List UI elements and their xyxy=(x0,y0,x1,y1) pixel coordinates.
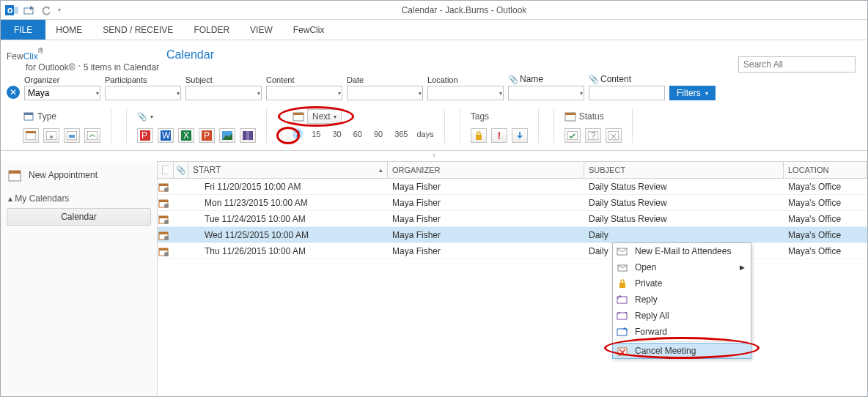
date-input[interactable] xyxy=(347,86,423,100)
menu-label: Cancel Meeting xyxy=(635,346,696,356)
subject-cell: Daily Status Review xyxy=(584,182,784,192)
col-start[interactable]: START▴ xyxy=(188,162,388,178)
attach-content-label: Content xyxy=(600,74,631,84)
tab-home[interactable]: HOME xyxy=(45,20,92,40)
excel-icon[interactable]: X xyxy=(178,128,194,143)
menu-item-reply[interactable]: Reply xyxy=(613,292,751,308)
pdf-icon[interactable]: P xyxy=(137,128,153,143)
subject-label: Subject xyxy=(185,75,262,84)
day-90[interactable]: 90 xyxy=(371,128,386,140)
location-cell: Maya's Office xyxy=(784,198,867,208)
menu-icon xyxy=(616,278,629,289)
status-declined-icon[interactable] xyxy=(606,128,622,143)
attach-content-input[interactable] xyxy=(589,86,665,100)
logo-clix: Clix xyxy=(23,51,38,62)
powerpoint-icon[interactable]: P xyxy=(199,128,215,143)
svg-point-48 xyxy=(164,236,169,240)
type-events-icon[interactable] xyxy=(64,128,80,143)
subject-cell: Daily Status Review xyxy=(584,214,784,224)
logo-reg: ® xyxy=(38,47,43,55)
zip-icon[interactable] xyxy=(240,128,256,143)
svg-rect-26 xyxy=(293,113,304,115)
svg-text:X: X xyxy=(183,130,189,141)
word-icon[interactable]: W xyxy=(158,128,174,143)
tab-folder[interactable]: FOLDER xyxy=(183,20,240,40)
lock-icon[interactable] xyxy=(471,128,487,143)
tab-send-receive[interactable]: SEND / RECEIVE xyxy=(92,20,183,40)
table-row[interactable]: Thu 11/26/2015 10:00 AMMaya FisherDailyM… xyxy=(158,243,867,259)
importance-icon[interactable]: ! xyxy=(491,128,507,143)
toolbar-row: Type ▾ P W X P Next▾ 7 15 30 60 xyxy=(1,105,867,151)
menu-item-new-e-mail-to-attendees[interactable]: New E-Mail to Attendees xyxy=(613,243,751,259)
tab-view[interactable]: VIEW xyxy=(240,20,283,40)
type-meetings-icon[interactable] xyxy=(43,128,59,143)
collapse-toggle[interactable]: ‹ xyxy=(1,151,867,161)
col-location[interactable]: LOCATION xyxy=(784,162,867,178)
menu-label: Reply xyxy=(635,294,658,305)
menu-item-private[interactable]: Private xyxy=(613,275,751,292)
participants-input[interactable] xyxy=(105,86,181,100)
content-input[interactable] xyxy=(266,86,342,100)
table-row[interactable]: Mon 11/23/2015 10:00 AMMaya FisherDaily … xyxy=(158,195,867,211)
start-cell: Tue 11/24/2015 10:00 AM xyxy=(188,214,388,224)
undo-icon[interactable] xyxy=(40,4,54,17)
status-group: Status ? xyxy=(553,109,633,143)
col-attach-icon[interactable] xyxy=(174,162,188,178)
day-365[interactable]: 365 xyxy=(391,128,411,140)
organizer-cell: Maya Fisher xyxy=(388,230,584,240)
image-icon[interactable] xyxy=(219,128,235,143)
attach-name-input[interactable] xyxy=(508,86,584,100)
day-15[interactable]: 15 xyxy=(309,128,323,140)
organizer-input[interactable] xyxy=(24,86,100,100)
svg-rect-47 xyxy=(159,232,168,234)
chevron-up-icon[interactable]: ˄ xyxy=(78,64,81,72)
grid: START▴ ORGANIZER SUBJECT LOCATION Fri 11… xyxy=(158,161,867,396)
table-row[interactable]: Fri 11/20/2015 10:00 AMMaya FisherDaily … xyxy=(158,179,867,195)
start-cell: Thu 11/26/2015 10:00 AM xyxy=(188,246,388,256)
menu-label: Forward xyxy=(635,327,667,337)
new-appointment-button[interactable]: New Appointment xyxy=(1,164,157,186)
type-appointments-icon[interactable] xyxy=(23,128,39,143)
svg-rect-24 xyxy=(246,131,249,140)
day-60[interactable]: 60 xyxy=(350,128,365,140)
tags-label: Tags xyxy=(471,111,489,122)
send-receive-icon[interactable] xyxy=(23,4,36,17)
type-label: Type xyxy=(37,111,56,122)
status-accepted-icon[interactable] xyxy=(564,128,581,143)
start-cell: Wed 11/25/2015 10:00 AM xyxy=(188,230,388,240)
location-cell: Maya's Office xyxy=(784,246,867,256)
col-subject[interactable]: SUBJECT xyxy=(584,162,784,178)
tab-file[interactable]: FILE xyxy=(1,20,45,40)
search-all xyxy=(738,56,856,73)
tab-fewclix[interactable]: FewClix xyxy=(283,20,335,40)
location-input[interactable] xyxy=(427,86,504,100)
filters-button[interactable]: Filters▾ xyxy=(669,86,716,100)
down-arrow-icon[interactable] xyxy=(512,128,528,143)
col-type-icon[interactable] xyxy=(158,162,174,178)
menu-item-reply-all[interactable]: Reply All xyxy=(613,308,751,324)
calendar-tree-item[interactable]: Calendar xyxy=(7,208,151,226)
svg-rect-55 xyxy=(617,297,627,303)
my-calendars-header[interactable]: ▴ My Calendars xyxy=(1,186,157,207)
menu-item-open[interactable]: Open▶ xyxy=(613,259,751,275)
content-label: Content xyxy=(266,75,342,84)
menu-label: Reply All xyxy=(635,311,669,321)
menu-item-forward[interactable]: Forward xyxy=(613,324,751,340)
day-30[interactable]: 30 xyxy=(329,128,344,140)
svg-rect-50 xyxy=(159,248,168,251)
next-dropdown[interactable]: Next▾ xyxy=(307,109,342,124)
status-tentative-icon[interactable]: ? xyxy=(585,128,601,143)
day-7[interactable]: 7 xyxy=(293,128,303,140)
table-row[interactable]: Wed 11/25/2015 10:00 AMMaya FisherDaily … xyxy=(158,227,867,243)
location-label: Location xyxy=(427,75,504,84)
clear-filters-button[interactable]: ✕ xyxy=(7,86,20,99)
type-recurring-icon[interactable] xyxy=(84,128,100,143)
subject-input[interactable] xyxy=(185,86,262,100)
meeting-icon xyxy=(158,246,174,256)
menu-item-cancel-meeting[interactable]: Cancel Meeting xyxy=(612,343,751,359)
calendar-link[interactable]: Calendar xyxy=(166,48,214,62)
ribbon: FILE HOME SEND / RECEIVE FOLDER VIEW Few… xyxy=(1,20,867,40)
table-row[interactable]: Tue 11/24/2015 10:00 AMMaya FisherDaily … xyxy=(158,211,867,227)
col-organizer[interactable]: ORGANIZER xyxy=(388,162,584,178)
search-input[interactable] xyxy=(738,56,856,73)
